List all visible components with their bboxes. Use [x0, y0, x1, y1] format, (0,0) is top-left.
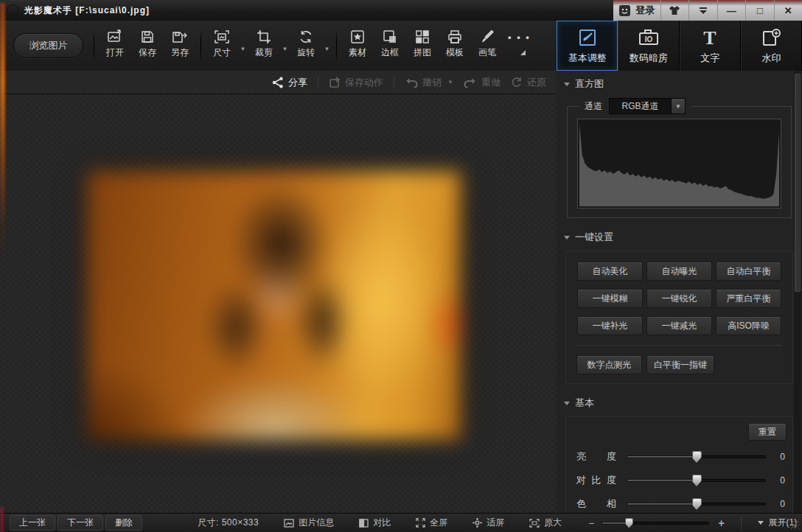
digital-spot-metering-button[interactable]: 数字点测光	[576, 355, 642, 374]
hue-row: 色相 0	[572, 492, 787, 513]
sticker-button[interactable]: 素材	[341, 26, 374, 66]
white-balance-one-touch-button[interactable]: 白平衡一指键	[646, 355, 714, 374]
brightness-slider[interactable]	[627, 451, 766, 463]
minimize-button[interactable]: —	[718, 0, 746, 21]
more-tools-button[interactable]: • • •	[503, 26, 533, 66]
rotate-button[interactable]: 旋转	[290, 26, 322, 66]
save-action-button[interactable]: 保存动作	[329, 76, 383, 89]
statusbar: 上一张 下一张 删除 尺寸: 500×333 图片信息 对比 全屏 适屏 原大 …	[0, 513, 802, 532]
slider-thumb[interactable]	[692, 498, 702, 510]
tab-label: 文字	[700, 52, 719, 65]
close-button[interactable]: ✕	[775, 0, 802, 21]
slider-thumb[interactable]	[692, 475, 702, 486]
watermark-icon	[761, 27, 781, 48]
resize-button[interactable]: 尺寸	[206, 26, 238, 66]
fit-screen-button[interactable]: 适屏	[473, 517, 504, 529]
channel-value: RGB通道	[610, 99, 671, 113]
restore-button[interactable]: 还原	[511, 76, 546, 89]
compare-label: 对比	[373, 517, 391, 529]
image-info-button[interactable]: 图片信息	[284, 517, 334, 529]
panel-scrollbar[interactable]	[794, 71, 801, 513]
open-image-icon	[107, 29, 123, 45]
tab-watermark[interactable]: 水印	[741, 21, 802, 71]
one-key-sharpen-button[interactable]: 一键锐化	[646, 289, 712, 308]
tab-text[interactable]: T 文字	[680, 21, 741, 71]
channel-select[interactable]: RGB通道 ▼	[609, 98, 686, 114]
tab-digital-darkroom[interactable]: IO 数码暗房	[618, 21, 679, 71]
redo-button[interactable]: 重做	[464, 76, 501, 89]
zoom-slider[interactable]	[602, 518, 709, 528]
basic-section-header[interactable]: 基本	[557, 390, 802, 413]
menu-button[interactable]	[689, 0, 717, 21]
save-as-button[interactable]: 另存	[164, 26, 196, 66]
blurred-portrait-photo	[87, 171, 461, 440]
fit-screen-icon	[473, 518, 482, 528]
original-size-button[interactable]: 原大	[529, 517, 562, 529]
undo-dropdown-caret[interactable]: ▼	[447, 79, 453, 85]
account-smiley-icon	[618, 4, 631, 17]
fullscreen-button[interactable]: 全屏	[416, 517, 447, 529]
frame-label: 边框	[381, 48, 399, 57]
tab-basic-adjust[interactable]: 基本调整	[557, 21, 618, 71]
rotate-dropdown-caret[interactable]: ▼	[322, 26, 332, 66]
one-key-fill-light-button[interactable]: 一键补光	[577, 316, 643, 335]
compare-button[interactable]: 对比	[359, 517, 391, 529]
zoom-slider-thumb[interactable]	[625, 518, 633, 528]
brightness-label: 亮度	[576, 450, 616, 463]
image-canvas[interactable]	[0, 94, 557, 513]
high-iso-denoise-button[interactable]: 高ISO降噪	[716, 316, 781, 335]
channel-dropdown-caret[interactable]: ▼	[671, 99, 685, 113]
undo-button[interactable]: 撤销 ▼	[405, 76, 453, 89]
browse-images-button[interactable]: 浏览图片	[13, 33, 83, 58]
app-logo-icon	[7, 4, 18, 16]
zoom-out-button[interactable]: −	[588, 517, 594, 529]
restore-icon	[511, 77, 523, 88]
channel-row: 通道 RGB通道 ▼	[579, 98, 691, 114]
one-key-dim-light-button[interactable]: 一键减光	[646, 316, 712, 335]
brush-button[interactable]: 画笔	[471, 26, 503, 66]
resize-grip[interactable]	[791, 521, 800, 530]
share-button[interactable]: 分享	[272, 76, 307, 89]
photo-preview	[87, 171, 461, 440]
login-button[interactable]: 登录	[613, 0, 661, 21]
image-info-label: 图片信息	[299, 517, 334, 529]
sticker-icon	[350, 29, 365, 45]
contrast-slider[interactable]	[627, 475, 766, 486]
histogram-box: 通道 RGB通道 ▼	[567, 106, 792, 218]
next-image-button[interactable]: 下一张	[57, 515, 103, 531]
maximize-button[interactable]: □	[746, 0, 774, 21]
open-label: 打开	[106, 48, 124, 57]
frame-button[interactable]: 边框	[374, 26, 406, 66]
skin-button[interactable]	[661, 0, 689, 21]
collage-button[interactable]: 拼图	[406, 26, 439, 66]
reset-button[interactable]: 重置	[748, 423, 787, 441]
brush-icon	[480, 29, 495, 45]
histogram-title: 直方图	[575, 77, 604, 91]
save-button[interactable]: 保存	[131, 26, 164, 66]
histogram-graph	[577, 119, 781, 209]
delete-image-button[interactable]: 删除	[105, 515, 142, 531]
hue-slider[interactable]	[627, 498, 766, 510]
auto-white-balance-button[interactable]: 自动白平衡	[716, 262, 781, 281]
severe-white-balance-button[interactable]: 严重白平衡	[716, 289, 781, 308]
presets-section-header[interactable]: 一键设置	[557, 224, 802, 248]
fit-screen-label: 适屏	[487, 517, 504, 529]
resize-dropdown-caret[interactable]: ▼	[238, 26, 248, 66]
slider-thumb[interactable]	[692, 451, 702, 463]
crop-button[interactable]: 裁剪	[248, 26, 280, 66]
text-icon: T	[700, 27, 720, 48]
crop-dropdown-caret[interactable]: ▼	[280, 26, 290, 66]
auto-beautify-button[interactable]: 自动美化	[577, 262, 643, 281]
histogram-section-header[interactable]: 直方图	[557, 71, 802, 94]
one-key-blur-button[interactable]: 一键模糊	[577, 289, 643, 308]
prev-image-button[interactable]: 上一张	[10, 515, 55, 531]
expand-caret-icon	[758, 521, 764, 525]
auto-exposure-button[interactable]: 自动曝光	[646, 262, 712, 281]
save-action-icon	[329, 77, 341, 88]
camera-icon: IO	[638, 27, 660, 48]
template-button[interactable]: 模板	[439, 26, 471, 66]
open-button[interactable]: 打开	[99, 26, 131, 66]
window-title: 光影魔术手 [F:\sucai\0.jpg]	[24, 4, 150, 17]
zoom-in-button[interactable]: +	[718, 517, 724, 529]
scrollbar-thumb[interactable]	[795, 74, 801, 292]
